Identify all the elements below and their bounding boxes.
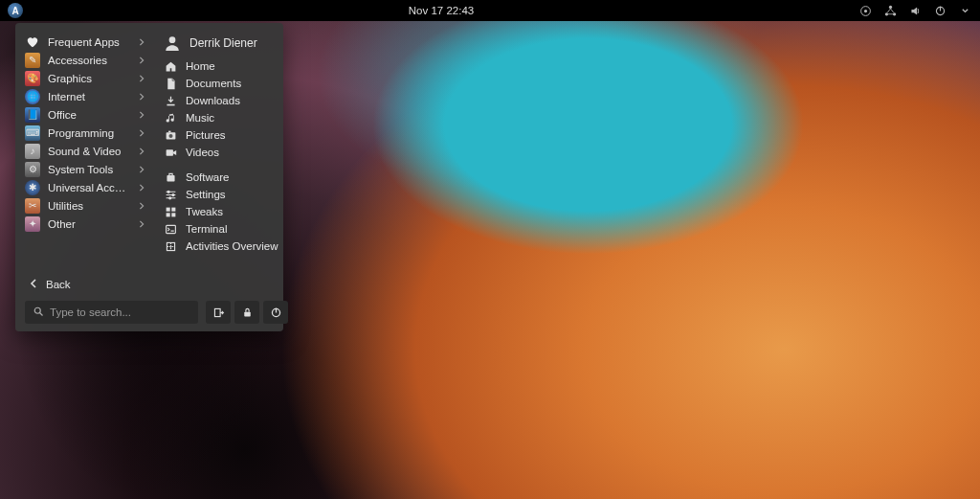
place-pictures[interactable]: Pictures — [157, 126, 288, 144]
category-system-tools[interactable]: ⚙ System Tools — [15, 160, 157, 178]
gear-icon: ⚙ — [25, 162, 40, 177]
place-label: Documents — [186, 78, 278, 89]
category-frequent-apps[interactable]: Frequent Apps — [15, 33, 157, 51]
svg-rect-17 — [171, 207, 175, 211]
system-tweaks[interactable]: Tweaks — [157, 203, 288, 220]
svg-rect-23 — [214, 308, 220, 316]
svg-rect-16 — [166, 207, 169, 211]
chevron-right-icon — [138, 200, 147, 212]
chevron-right-icon — [138, 164, 147, 175]
back-label: Back — [46, 279, 71, 290]
clock[interactable]: Nov 17 22:43 — [409, 5, 474, 16]
category-label: Utilities — [48, 200, 130, 212]
system-label: Software — [186, 171, 278, 183]
chevron-down-icon[interactable] — [959, 4, 972, 17]
svg-rect-12 — [167, 175, 174, 182]
user-row[interactable]: Derrik Diener — [157, 33, 288, 54]
lock-button[interactable] — [234, 301, 259, 324]
system-settings[interactable]: Settings — [157, 186, 288, 203]
chevron-right-icon — [138, 146, 147, 157]
system-label: Activities Overview — [186, 240, 278, 252]
software-icon — [163, 170, 178, 185]
svg-rect-20 — [166, 225, 175, 233]
place-label: Videos — [186, 147, 278, 158]
category-label: Universal Access — [48, 182, 130, 193]
place-label: Home — [186, 60, 278, 72]
office-icon: 📘 — [25, 107, 40, 123]
place-home[interactable]: Home — [157, 57, 288, 75]
video-icon — [163, 145, 178, 160]
user-name: Derrik Diener — [189, 36, 278, 50]
system-label: Tweaks — [186, 206, 278, 217]
camera-icon — [163, 127, 178, 143]
svg-rect-11 — [166, 149, 172, 156]
system-label: Terminal — [186, 223, 278, 235]
category-label: Sound & Video — [48, 146, 130, 157]
svg-rect-19 — [171, 213, 175, 216]
other-icon: ✦ — [25, 216, 40, 232]
top-bar: A Nov 17 22:43 — [0, 0, 980, 21]
svg-point-4 — [893, 12, 896, 15]
place-documents[interactable]: Documents — [157, 75, 288, 92]
music-icon — [163, 110, 178, 125]
category-label: Internet — [48, 91, 130, 102]
category-label: Frequent Apps — [48, 36, 130, 48]
svg-point-1 — [864, 9, 867, 11]
application-menu: Frequent Apps ✎ Accessories 🎨 Graphics 🌐… — [15, 23, 283, 331]
home-icon — [163, 58, 178, 74]
svg-point-9 — [168, 133, 172, 137]
system-software[interactable]: Software — [157, 169, 288, 186]
system-label: Settings — [186, 189, 278, 200]
chevron-right-icon — [138, 36, 147, 48]
volume-icon[interactable] — [909, 4, 923, 17]
chevron-right-icon — [138, 73, 147, 84]
place-label: Pictures — [186, 129, 278, 141]
category-sound-video[interactable]: ♪ Sound & Video — [15, 142, 157, 160]
chevron-right-icon — [138, 218, 147, 230]
category-list: Frequent Apps ✎ Accessories 🎨 Graphics 🌐… — [15, 31, 157, 257]
place-downloads[interactable]: Downloads — [157, 92, 288, 109]
svg-rect-10 — [168, 130, 170, 132]
category-office[interactable]: 📘 Office — [15, 105, 157, 124]
place-label: Downloads — [186, 95, 278, 106]
category-label: Programming — [48, 127, 130, 139]
system-activities[interactable]: Activities Overview — [157, 238, 288, 255]
programming-icon: ⌨ — [25, 125, 40, 141]
category-programming[interactable]: ⌨ Programming — [15, 124, 157, 142]
power-button[interactable] — [263, 301, 288, 324]
utilities-icon: ✂ — [25, 198, 40, 214]
category-internet[interactable]: 🌐 Internet — [15, 87, 157, 105]
svg-point-15 — [168, 196, 170, 198]
category-graphics[interactable]: 🎨 Graphics — [15, 69, 157, 87]
chevron-left-icon — [29, 279, 38, 290]
category-utilities[interactable]: ✂ Utilities — [15, 196, 157, 215]
category-universal-access[interactable]: ✱ Universal Access — [15, 178, 157, 196]
category-accessories[interactable]: ✎ Accessories — [15, 51, 157, 69]
search-input[interactable] — [50, 306, 190, 318]
status-icon[interactable] — [859, 4, 873, 17]
power-icon[interactable] — [934, 4, 947, 17]
svg-rect-18 — [166, 213, 169, 216]
search-icon — [33, 306, 44, 320]
places-system-list: Derrik Diener Home Documents Downloads M… — [157, 31, 288, 257]
place-music[interactable]: Music — [157, 109, 288, 126]
search-field[interactable] — [25, 301, 198, 324]
system-terminal[interactable]: Terminal — [157, 220, 288, 238]
chevron-right-icon — [138, 182, 147, 193]
category-other[interactable]: ✦ Other — [15, 215, 157, 233]
category-label: System Tools — [48, 164, 130, 175]
graphics-icon: 🎨 — [25, 71, 40, 86]
svg-point-22 — [34, 307, 40, 313]
logout-button[interactable] — [206, 301, 231, 324]
network-icon[interactable] — [884, 4, 898, 17]
back-button[interactable]: Back — [25, 274, 274, 295]
document-icon — [163, 76, 178, 91]
sliders-icon — [163, 187, 178, 202]
accessories-icon: ✎ — [25, 53, 40, 68]
download-icon — [163, 93, 178, 108]
activities-logo[interactable]: A — [8, 3, 23, 18]
place-videos[interactable]: Videos — [157, 144, 288, 161]
category-label: Office — [48, 109, 130, 121]
category-label: Graphics — [48, 73, 130, 84]
chevron-right-icon — [138, 127, 147, 139]
